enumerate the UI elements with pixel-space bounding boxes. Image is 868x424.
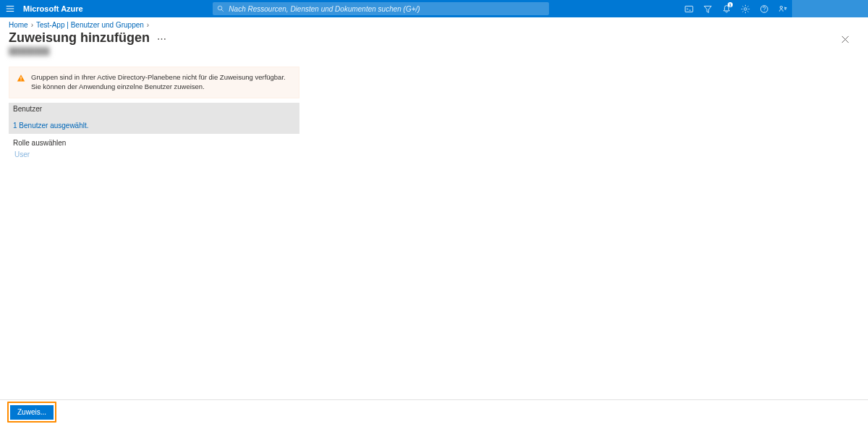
help-icon [760, 4, 769, 14]
breadcrumb-sep: › [147, 21, 149, 29]
svg-rect-7 [20, 80, 21, 80]
menu-toggle[interactable] [0, 4, 20, 14]
breadcrumb-sep: › [31, 21, 33, 29]
notifications-button[interactable]: 1 [717, 0, 736, 17]
directory-filter-button[interactable] [698, 0, 717, 17]
svg-rect-2 [685, 6, 693, 12]
role-section-header: Rolle auswählen [9, 137, 299, 149]
role-value: User [9, 149, 299, 160]
search-icon [217, 5, 224, 12]
assign-button[interactable]: Zuweis... [10, 405, 54, 420]
settings-button[interactable] [736, 0, 754, 17]
notification-badge: 1 [728, 2, 733, 7]
global-search[interactable] [213, 2, 549, 15]
warning-text: Gruppen sind in Ihrer Active Directory-P… [31, 73, 292, 92]
page-title: Zuweisung hinzufügen [9, 30, 150, 46]
page-subtitle: ████████ [0, 47, 868, 55]
more-actions-button[interactable]: ⋯ [157, 33, 166, 44]
warning-banner: Gruppen sind in Ihrer Active Directory-P… [9, 67, 299, 98]
gear-icon [741, 4, 750, 14]
breadcrumb-app[interactable]: Test-App | Benutzer und Gruppen [36, 21, 144, 29]
account-menu[interactable] [792, 0, 868, 17]
close-icon [841, 35, 849, 43]
breadcrumb-home[interactable]: Home [9, 21, 28, 29]
feedback-icon [778, 4, 788, 14]
users-section-header: Benutzer [9, 103, 299, 115]
svg-point-5 [780, 6, 782, 8]
hamburger-icon [5, 4, 15, 14]
help-button[interactable] [754, 0, 773, 17]
breadcrumb: Home › Test-App | Benutzer und Gruppen › [0, 17, 868, 29]
svg-point-3 [744, 7, 746, 10]
assign-highlight: Zuweis... [7, 402, 56, 423]
cloud-shell-button[interactable] [679, 0, 698, 17]
search-input[interactable] [224, 5, 545, 13]
users-selected-link[interactable]: 1 Benutzer ausgewählt. [13, 122, 89, 130]
svg-rect-6 [20, 77, 21, 79]
close-blade-button[interactable] [841, 30, 859, 46]
cloud-shell-icon [684, 4, 694, 14]
brand-label[interactable]: Microsoft Azure [23, 4, 83, 13]
users-picker[interactable]: 1 Benutzer ausgewählt. [9, 115, 299, 134]
feedback-button[interactable] [773, 0, 792, 17]
warning-icon [17, 74, 25, 82]
svg-line-1 [222, 9, 224, 12]
svg-point-0 [218, 6, 223, 10]
filter-icon [703, 4, 712, 14]
